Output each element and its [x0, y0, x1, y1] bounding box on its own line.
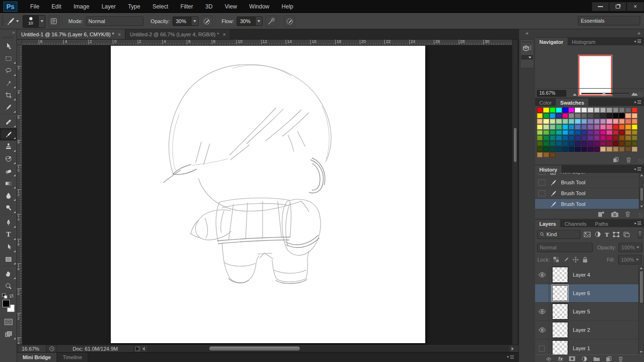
color-swatch[interactable] [606, 130, 612, 135]
color-swatch[interactable] [594, 135, 600, 140]
color-swatch[interactable] [550, 113, 555, 118]
color-swatch[interactable] [575, 113, 580, 118]
color-swatch[interactable] [543, 107, 549, 113]
horizontal-scrollbar-thumb[interactable] [209, 346, 300, 351]
panel-resize-grip[interactable] [638, 213, 643, 218]
color-swatch[interactable] [587, 113, 593, 118]
filter-type-layers-icon[interactable]: T [605, 231, 609, 238]
color-swatch[interactable] [550, 141, 555, 146]
color-swatch[interactable] [625, 113, 631, 118]
layer-name[interactable]: Layer 5 [573, 309, 590, 314]
layer-thumbnail[interactable] [552, 322, 568, 338]
panel-menu-button[interactable] [634, 38, 644, 45]
history-source-well[interactable] [538, 173, 545, 175]
color-swatch[interactable] [575, 130, 580, 135]
color-swatch[interactable] [550, 119, 555, 124]
color-swatch[interactable] [606, 147, 612, 152]
restore-down-button[interactable] [609, 2, 627, 11]
type-tool[interactable]: T [0, 229, 17, 241]
color-swatch[interactable] [543, 147, 549, 152]
color-swatch[interactable] [632, 124, 637, 130]
panel-menu-button[interactable] [634, 220, 644, 227]
layer-visibility-toggle[interactable] [535, 284, 549, 303]
color-swatch[interactable] [600, 147, 606, 152]
color-swatch[interactable] [613, 141, 619, 146]
color-swatch[interactable] [587, 119, 593, 124]
eyedropper-tool[interactable] [0, 101, 17, 114]
document-viewport[interactable] [22, 45, 512, 345]
color-swatch[interactable] [556, 141, 561, 146]
color-swatch[interactable] [581, 113, 587, 118]
eraser-tool[interactable] [0, 165, 17, 177]
status-expand-button[interactable] [134, 346, 141, 352]
tablet-pressure-size-button[interactable] [284, 16, 295, 27]
color-swatch[interactable] [543, 141, 549, 146]
current-tool-button[interactable] [4, 16, 21, 26]
opacity-dropdown[interactable] [191, 16, 198, 26]
color-swatch[interactable] [619, 113, 625, 118]
color-swatch[interactable] [569, 107, 574, 113]
brush-tool[interactable] [0, 128, 17, 140]
color-swatch[interactable] [613, 130, 619, 135]
panel-resize-grip[interactable] [638, 92, 643, 97]
quick-mask-button[interactable] [0, 316, 17, 328]
color-swatch[interactable] [594, 130, 600, 135]
foreground-color-swatch[interactable] [2, 300, 10, 307]
clone-stamp-tool[interactable] [0, 140, 17, 153]
color-swatch[interactable] [556, 135, 561, 140]
color-swatch[interactable] [600, 141, 606, 146]
filter-smart-objects-icon[interactable] [623, 231, 630, 238]
color-swatch[interactable] [619, 147, 625, 152]
spot-healing-brush-tool[interactable] [0, 116, 17, 128]
menu-item[interactable]: 3D [199, 0, 218, 13]
tab-channels[interactable]: Channels [560, 220, 590, 227]
color-swatch[interactable] [613, 124, 619, 130]
layer-row[interactable]: Layer 4 [535, 266, 638, 284]
color-swatch[interactable] [569, 141, 574, 146]
color-swatch[interactable] [537, 135, 543, 140]
color-swatch[interactable] [562, 119, 568, 124]
layers-scrollbar[interactable] [638, 266, 644, 354]
slider-thumb[interactable] [602, 91, 606, 95]
dodge-tool[interactable] [0, 202, 17, 214]
menu-item[interactable]: Window [243, 0, 276, 13]
history-brush-tool[interactable] [0, 153, 17, 165]
color-swatch[interactable] [550, 147, 555, 152]
color-swatch[interactable] [562, 124, 568, 130]
scroll-up-arrow[interactable] [640, 174, 643, 176]
layer-name[interactable]: Layer 2 [573, 327, 590, 333]
blur-tool[interactable] [0, 189, 17, 202]
layer-thumbnail[interactable] [552, 304, 568, 320]
color-swatch[interactable] [575, 107, 580, 113]
timeline-tab[interactable]: Timeline [57, 353, 88, 362]
color-swatch[interactable] [625, 119, 631, 124]
color-swatch[interactable] [600, 113, 606, 118]
minimize-button[interactable] [592, 2, 609, 11]
layer-opacity-field[interactable]: 100% [619, 243, 642, 252]
color-swatch[interactable] [606, 113, 612, 118]
new-group-folder-icon[interactable] [593, 356, 600, 362]
color-swatch[interactable] [562, 130, 568, 135]
color-swatch[interactable] [581, 124, 587, 130]
filter-shape-layers-icon[interactable] [613, 231, 619, 238]
tab-histogram[interactable]: Histogram [568, 38, 600, 45]
color-swatch[interactable] [613, 119, 619, 124]
default-colors-icon[interactable] [2, 293, 8, 299]
color-swatch[interactable] [556, 124, 561, 130]
new-document-from-state-icon[interactable] [598, 211, 605, 217]
menu-item[interactable]: Image [67, 0, 95, 13]
color-swatch[interactable] [550, 135, 555, 140]
color-swatch[interactable] [600, 124, 606, 130]
zoom-out-mountains-icon[interactable] [573, 92, 578, 96]
color-swatch[interactable] [587, 135, 593, 140]
lock-transparency-icon[interactable] [553, 256, 559, 263]
tablet-pressure-opacity-button[interactable] [201, 16, 213, 27]
tab-swatches[interactable]: Swatches [556, 99, 588, 106]
link-layers-icon[interactable] [545, 356, 553, 362]
crop-tool[interactable] [0, 89, 17, 101]
layer-row[interactable]: Layer 1 [535, 339, 638, 354]
dock-dropdown[interactable] [521, 55, 533, 59]
menu-item[interactable]: Filter [174, 0, 199, 13]
color-swatch[interactable] [575, 124, 580, 130]
menu-item[interactable]: View [219, 0, 243, 13]
